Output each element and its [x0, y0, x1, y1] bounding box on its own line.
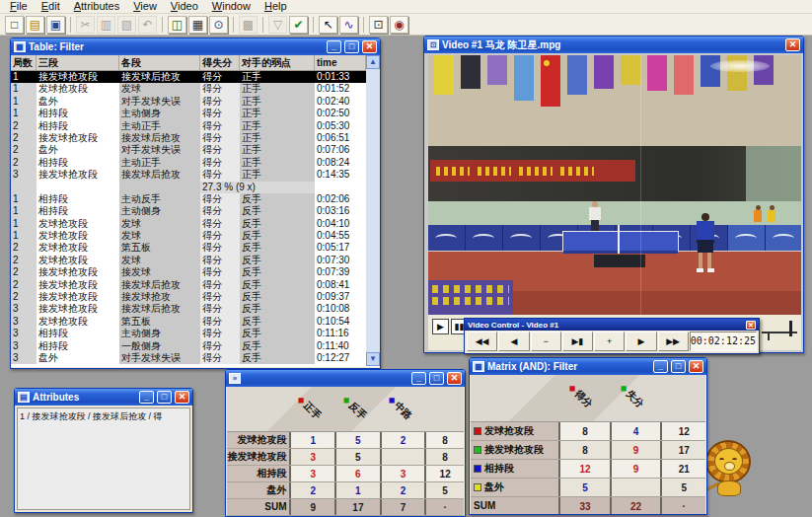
- table-row[interactable]: 2发球抢攻段发球得分反手0:07:30: [11, 255, 380, 266]
- lion-mascot[interactable]: [702, 440, 756, 499]
- video-close-button[interactable]: ✕: [785, 38, 800, 51]
- hanging-flag: [514, 55, 534, 101]
- scroll-down-icon[interactable]: ▼: [366, 352, 380, 366]
- new-file-icon[interactable]: □: [5, 16, 24, 34]
- table-scrollbar[interactable]: ▲ ▼: [366, 55, 380, 366]
- column-header-5[interactable]: time: [315, 55, 366, 70]
- matrix-and-close-button[interactable]: ✕: [689, 360, 703, 373]
- menu-attributes[interactable]: Attributes: [67, 0, 126, 13]
- clip-icon[interactable]: ◫: [168, 16, 186, 34]
- table-row[interactable]: 2接发球抢攻段接发球抢攻得分反手0:09:37: [11, 291, 380, 303]
- table-row[interactable]: 2接发球抢攻段接发球后抢攻得分正手0:06:51: [11, 132, 380, 144]
- timer-icon[interactable]: ⊙: [209, 16, 228, 34]
- table-row[interactable]: 2相持段主动正手得分正手0:08:24: [11, 157, 380, 169]
- column-header-1[interactable]: 三段: [37, 55, 119, 70]
- check-icon[interactable]: ✔: [289, 16, 308, 34]
- table-row[interactable]: 1相持段主动侧身得分反手0:03:16: [11, 205, 380, 217]
- table-row[interactable]: 3相持段主动侧身得分反手0:11:16: [11, 328, 380, 339]
- filmstrip-icon[interactable]: ▦: [188, 16, 207, 34]
- table-row[interactable]: 1发球抢攻段发球得分反手0:04:55: [11, 230, 380, 242]
- legend-color-icon: [474, 446, 481, 454]
- table-row[interactable]: 2接发球抢攻段接发球后抢攻得分反手0:08:41: [11, 279, 380, 291]
- table-row[interactable]: 1相持段主动反手得分反手0:02:06: [11, 193, 380, 205]
- header-diamond-icon: ◆: [341, 394, 353, 406]
- matrix-titlebar[interactable]: » _ □ ✕: [226, 370, 465, 387]
- table-row[interactable]: 3接发球抢攻段接发球后抢攻得分反手0:10:08: [11, 303, 380, 315]
- toolbar-separator: [313, 17, 314, 33]
- wave-icon[interactable]: ∿: [339, 16, 358, 34]
- attributes-title: Attributes: [33, 392, 79, 403]
- table-row[interactable]: 1盘外对手发球失误得分正手0:02:40: [11, 96, 380, 108]
- menu-view[interactable]: View: [126, 0, 164, 13]
- table-row[interactable]: 3发球抢攻段第五板得分反手0:10:54: [11, 316, 380, 328]
- matrix-and-minimize-button[interactable]: _: [653, 360, 668, 373]
- open-folder-icon[interactable]: ▤: [26, 16, 44, 34]
- save-icon[interactable]: ▣: [46, 16, 65, 34]
- matrix-column-header: ◆反手: [339, 393, 369, 422]
- matrix-and-title: Matrix (AND): Filter: [487, 361, 577, 372]
- column-header-4[interactable]: 对手的弱点: [240, 55, 315, 70]
- menu-help[interactable]: Help: [258, 0, 294, 13]
- monitor-icon[interactable]: ⊡: [369, 16, 388, 34]
- rewind-button[interactable]: ◀◀: [467, 332, 497, 351]
- close-button[interactable]: ✕: [362, 40, 377, 53]
- toolbar-separator: [233, 17, 234, 33]
- table-row[interactable]: 1相持段主动侧身得分正手0:02:50: [11, 108, 380, 119]
- matrix-value-cell: 6: [334, 466, 380, 481]
- matrix-value-cell: 1: [289, 432, 334, 448]
- matrix-close-button[interactable]: ✕: [447, 372, 462, 385]
- matrix-and-maximize-button[interactable]: □: [671, 360, 686, 373]
- table-row[interactable]: 3接发球抢攻段接发球后抢攻得分正手0:14:35: [11, 169, 380, 181]
- seek-slider-handle[interactable]: [789, 321, 792, 336]
- table-row[interactable]: 1发球抢攻段发球得分反手0:04:10: [11, 218, 380, 230]
- matrix-window: » _ □ ✕ ◆正手◆反手◆中路发球抢攻段1528接发球抢攻段358相持段36…: [225, 369, 466, 517]
- table-row[interactable]: 3相持段一般侧身得分反手0:11:40: [11, 340, 380, 352]
- attributes-window-icon: ▤: [18, 392, 30, 403]
- play-icon[interactable]: ▶: [432, 319, 449, 334]
- table-row[interactable]: 2相持段主动正手得分正手0:05:30: [11, 120, 380, 132]
- matrix-maximize-button[interactable]: □: [429, 372, 444, 385]
- hanging-flag: [621, 55, 640, 85]
- minus-button[interactable]: −: [531, 332, 561, 351]
- menu-video[interactable]: Video: [164, 0, 205, 13]
- play-pause-button[interactable]: ▶▮: [562, 332, 593, 351]
- column-header-0[interactable]: 局数: [11, 55, 37, 70]
- table-row[interactable]: 2接发球抢攻段接发球得分反手0:07:39: [11, 266, 380, 278]
- attributes-close-button[interactable]: ✕: [175, 391, 189, 404]
- step-back-button[interactable]: ◀: [498, 332, 529, 351]
- matrix-minimize-button[interactable]: _: [411, 372, 426, 385]
- matrix-row: SUM3322·: [471, 497, 705, 514]
- undo-icon: ↶: [138, 16, 157, 34]
- hanging-flag: [541, 55, 560, 107]
- table-row[interactable]: 1接发球抢攻段接发球后抢攻得分正手0:01:33: [11, 71, 380, 83]
- header-diamond-icon: ◆: [619, 382, 630, 394]
- camera-icon[interactable]: ◉: [390, 16, 408, 34]
- video-titlebar[interactable]: ⊡ Video #1 马龙 陈卫星.mpg ✕: [424, 37, 803, 53]
- attributes-entry[interactable]: 1 / 接发球抢攻段 / 接发球后抢攻 / 得: [17, 407, 190, 510]
- plus-button[interactable]: +: [594, 332, 625, 351]
- column-header-3[interactable]: 得失分: [200, 55, 240, 70]
- cursor-icon[interactable]: ↖: [319, 16, 337, 34]
- attributes-minimize-button[interactable]: _: [139, 391, 154, 404]
- table-row[interactable]: 2发球抢攻段第五板得分反手0:05:17: [11, 242, 380, 254]
- step-forward-button[interactable]: ▶: [626, 332, 656, 351]
- matrix-and-titlebar[interactable]: ▦ Matrix (AND): Filter _ □ ✕: [470, 358, 706, 375]
- column-header-2[interactable]: 各段: [119, 55, 200, 70]
- maximize-button[interactable]: □: [344, 40, 359, 53]
- minimize-button[interactable]: _: [327, 40, 341, 53]
- table-filter-titlebar[interactable]: ▦ Table: Filter _ □ ✕: [11, 38, 380, 55]
- video-control-close-icon[interactable]: ✕: [746, 321, 756, 330]
- attributes-maximize-button[interactable]: □: [157, 391, 172, 404]
- menu-edit[interactable]: Edit: [35, 0, 67, 13]
- matrix-column-header: ◆失分: [617, 381, 646, 410]
- scroll-up-icon[interactable]: ▲: [366, 55, 380, 69]
- table-row[interactable]: 1发球抢攻段发球得分正手0:01:52: [11, 83, 380, 95]
- attributes-titlebar[interactable]: ▤ Attributes _ □ ✕: [15, 389, 192, 406]
- table-row[interactable]: 2盘外对手发球失误得分正手0:07:06: [11, 144, 380, 156]
- table-row[interactable]: 3盘外对手发球失误得分反手0:12:27: [11, 352, 380, 364]
- table-filter-window: ▦ Table: Filter _ □ ✕ 局数三段各段得失分对手的弱点time…: [10, 37, 381, 369]
- menu-window[interactable]: Window: [205, 0, 258, 13]
- fast-forward-button[interactable]: ▶▶: [658, 332, 689, 351]
- video-control-titlebar[interactable]: Video Control - Video #1 ✕: [465, 319, 759, 331]
- menu-file[interactable]: File: [3, 0, 35, 13]
